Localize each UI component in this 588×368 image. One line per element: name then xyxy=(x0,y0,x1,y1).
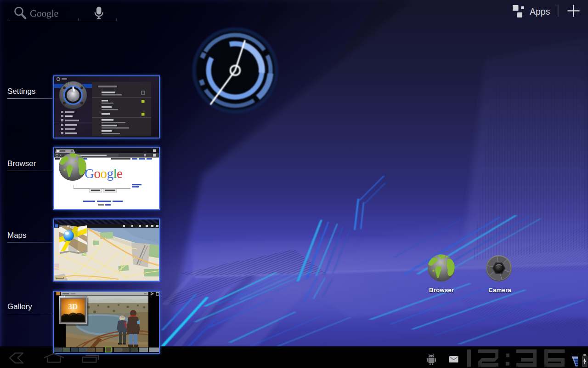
svg-text:Google: Google xyxy=(30,8,59,19)
svg-text:Apps: Apps xyxy=(530,6,550,17)
svg-text:3D: 3D xyxy=(68,302,78,311)
svg-text:Google: Google xyxy=(85,166,122,181)
